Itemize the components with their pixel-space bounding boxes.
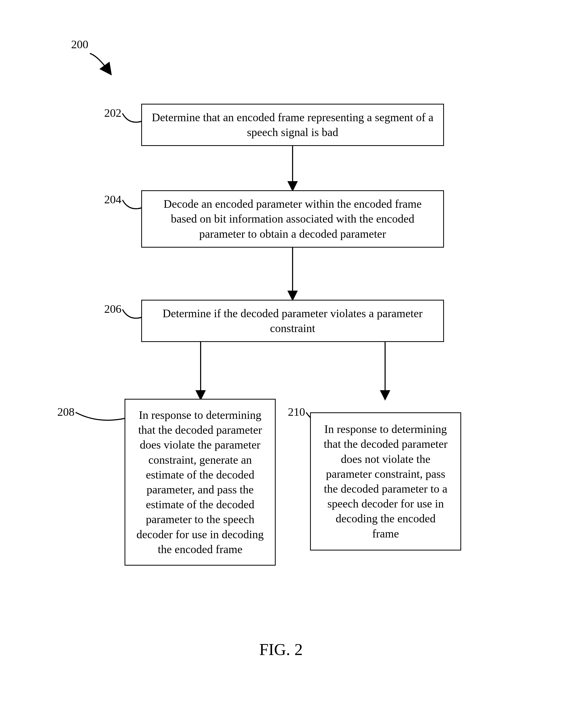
box-text-204: Decode an encoded parameter within the e… <box>150 197 435 241</box>
ref-label-202: 202 <box>104 106 121 120</box>
figure-number-label: 200 <box>71 38 88 51</box>
ref-label-210: 210 <box>288 405 305 419</box>
figure-number-arrow <box>87 51 116 79</box>
arrow-202-204 <box>289 146 296 190</box>
box-text-210: In response to determining that the deco… <box>321 422 450 541</box>
figure-title: FIG. 2 <box>0 640 562 659</box>
flowchart-box-204: Decode an encoded parameter within the e… <box>141 190 444 248</box>
ref-label-204: 204 <box>104 193 121 206</box>
callout-208 <box>74 408 126 427</box>
box-text-208: In response to determining that the deco… <box>136 408 265 557</box>
box-text-202: Determine that an encoded frame represen… <box>150 110 435 140</box>
flowchart-box-202: Determine that an encoded frame represen… <box>141 104 444 146</box>
arrow-204-206 <box>289 248 296 300</box>
flowchart-box-206: Determine if the decoded parameter viola… <box>141 300 444 342</box>
flowchart-box-210: In response to determining that the deco… <box>310 412 461 550</box>
flowchart-box-208: In response to determining that the deco… <box>125 399 276 566</box>
ref-label-208: 208 <box>57 405 75 419</box>
box-text-206: Determine if the decoded parameter viola… <box>150 306 435 336</box>
ref-label-206: 206 <box>104 302 121 316</box>
branch-arrows-206 <box>154 342 432 399</box>
